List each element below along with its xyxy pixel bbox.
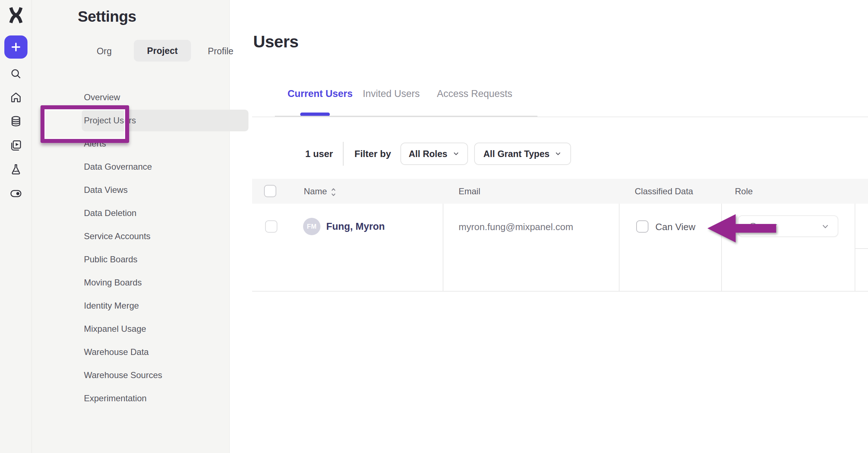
mixpanel-logo-icon[interactable] bbox=[7, 7, 25, 24]
sidebar-item-overview[interactable]: Overview bbox=[64, 86, 261, 109]
role-value: Owner bbox=[749, 216, 777, 236]
plus-icon bbox=[10, 41, 22, 53]
tab-invited-users[interactable]: Invited Users bbox=[363, 88, 420, 100]
select-all-checkbox[interactable] bbox=[264, 185, 276, 197]
page-title: Users bbox=[253, 32, 298, 51]
chevron-down-icon bbox=[452, 150, 460, 157]
sidebar-item-experimentation[interactable]: Experimentation bbox=[64, 387, 261, 410]
sidebar-item-service-accounts[interactable]: Service Accounts bbox=[64, 225, 261, 248]
tab-project[interactable]: Project bbox=[134, 40, 191, 62]
column-header-classified-data: Classified Data bbox=[635, 179, 693, 204]
user-name-link[interactable]: Fung, Myron bbox=[326, 221, 385, 232]
sidebar-item-data-governance[interactable]: Data Governance bbox=[64, 155, 261, 178]
row-select-checkbox[interactable] bbox=[265, 220, 277, 233]
sidebar-item-identity-merge[interactable]: Identity Merge bbox=[64, 294, 261, 317]
flask-icon[interactable] bbox=[10, 163, 22, 175]
all-grant-types-dropdown[interactable]: All Grant Types bbox=[474, 143, 571, 165]
sidebar-item-moving-boards[interactable]: Moving Boards bbox=[64, 271, 261, 294]
tab-access-requests[interactable]: Access Requests bbox=[437, 88, 512, 100]
sort-icon[interactable] bbox=[331, 187, 336, 197]
user-email: myron.fung@mixpanel.com bbox=[459, 221, 573, 233]
role-dropdown[interactable]: Owner bbox=[738, 215, 838, 237]
filter-by-label: Filter by bbox=[354, 148, 391, 160]
sidebar-item-project-users[interactable]: Project Users bbox=[82, 110, 248, 131]
sidebar-item-alerts[interactable]: Alerts bbox=[64, 132, 261, 155]
classified-data-label: Can View bbox=[655, 221, 695, 233]
toggle-icon[interactable] bbox=[10, 187, 22, 200]
sidebar-item-warehouse-sources[interactable]: Warehouse Sources bbox=[64, 364, 261, 387]
sidebar-item-data-views[interactable]: Data Views bbox=[64, 178, 261, 202]
create-button[interactable] bbox=[4, 35, 27, 59]
sidebar-item-data-deletion[interactable]: Data Deletion bbox=[64, 202, 261, 225]
vertical-divider bbox=[343, 142, 344, 166]
settings-title: Settings bbox=[78, 8, 136, 25]
chevron-down-icon bbox=[821, 222, 830, 231]
all-roles-label: All Roles bbox=[409, 149, 447, 159]
sidebar-item-mixpanel-usage[interactable]: Mixpanel Usage bbox=[64, 317, 261, 340]
boards-icon[interactable] bbox=[10, 139, 22, 152]
sidebar-item-public-boards[interactable]: Public Boards bbox=[64, 248, 261, 271]
sidebar-item-warehouse-data[interactable]: Warehouse Data bbox=[64, 340, 261, 364]
all-roles-dropdown[interactable]: All Roles bbox=[400, 143, 468, 165]
all-grant-types-label: All Grant Types bbox=[484, 149, 550, 159]
tab-profile[interactable]: Profile bbox=[199, 41, 242, 62]
classified-data-checkbox[interactable] bbox=[636, 220, 648, 233]
user-count: 1 user bbox=[305, 148, 333, 160]
settings-sidebar: Settings Org Project Profile Overview Pr… bbox=[32, 0, 230, 453]
search-icon[interactable] bbox=[10, 68, 22, 80]
section-divider bbox=[252, 117, 868, 117]
avatar: FM bbox=[303, 218, 320, 235]
column-header-email: Email bbox=[459, 179, 480, 204]
home-icon[interactable] bbox=[10, 91, 22, 103]
tab-org[interactable]: Org bbox=[90, 41, 119, 62]
column-header-role: Role bbox=[735, 179, 753, 204]
table-header: Name Email Classified Data Role bbox=[252, 179, 868, 204]
table-cell-divider bbox=[855, 248, 868, 249]
icon-rail bbox=[0, 0, 32, 453]
chevron-down-icon bbox=[554, 150, 562, 157]
sidebar-menu: Overview Project Users Alerts Data Gover… bbox=[64, 86, 261, 410]
tab-current-users[interactable]: Current Users bbox=[288, 88, 353, 100]
database-icon[interactable] bbox=[10, 115, 22, 127]
column-header-name[interactable]: Name bbox=[304, 179, 336, 204]
